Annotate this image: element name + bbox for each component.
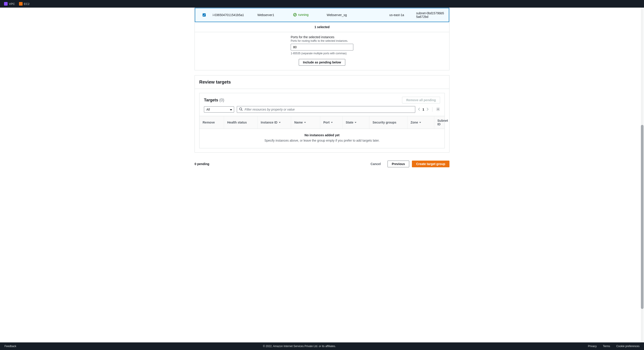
pending-count: 0 pending	[194, 162, 209, 166]
sort-icon	[355, 122, 356, 123]
empty-subtitle: Specify instances above, or leave the gr…	[202, 139, 442, 142]
remove-all-pending-button[interactable]: Remove all pending	[402, 97, 440, 103]
col-port[interactable]: Port	[320, 116, 342, 129]
ports-label: Ports for the selected instances	[291, 35, 353, 39]
col-remove: Remove	[200, 116, 224, 129]
nav-link-ec2[interactable]: EC2	[19, 2, 30, 5]
top-nav: VPC EC2	[0, 0, 644, 7]
caret-down-icon	[230, 108, 232, 111]
cell-security-group: Webserver_sg	[325, 13, 388, 17]
available-instances-panel: i-0365047011541b5a1 Webserver1 running W…	[194, 7, 450, 70]
svg-point-1	[240, 108, 242, 110]
col-security-groups: Security groups	[370, 116, 408, 129]
col-name[interactable]: Name	[291, 116, 320, 129]
cell-name: Webserver1	[256, 13, 291, 17]
page-next-button[interactable]	[426, 108, 429, 111]
nav-link-label: VPC	[9, 2, 15, 5]
row-checkbox[interactable]	[202, 13, 206, 16]
page-number: 1	[422, 108, 424, 111]
status-text: running	[298, 13, 308, 16]
svg-line-2	[242, 110, 242, 111]
cancel-button[interactable]: Cancel	[366, 161, 385, 167]
instance-row-selected[interactable]: i-0365047011541b5a1 Webserver1 running W…	[195, 8, 449, 22]
ports-input[interactable]	[291, 44, 353, 50]
nav-link-vpc[interactable]: VPC	[4, 2, 15, 5]
filter-select[interactable]: All	[204, 106, 234, 113]
ports-helper: 1-65535 (separate multiple ports with co…	[291, 52, 353, 55]
previous-button[interactable]: Previous	[388, 161, 409, 167]
targets-empty-state: No instances added yet Specify instances…	[200, 129, 444, 148]
targets-inner-panel: Targets (0) Remove all pending All	[199, 93, 445, 148]
targets-table-header: Remove Health status Instance ID Name Po…	[200, 116, 444, 129]
nav-link-label: EC2	[24, 2, 30, 5]
create-target-group-button[interactable]: Create target group	[412, 161, 450, 167]
empty-title: No instances added yet	[202, 133, 442, 137]
selected-count: 1 selected	[195, 22, 449, 32]
review-targets-panel: Review targets Targets (0) Remove all pe…	[194, 75, 450, 153]
targets-title-text: Targets	[204, 98, 218, 102]
targets-count: (0)	[219, 98, 224, 102]
col-subnet-id: Subnet ID	[434, 116, 451, 129]
col-instance-id[interactable]: Instance ID	[258, 116, 291, 129]
include-pending-button[interactable]: Include as pending below	[299, 59, 345, 66]
ports-hint: Ports for routing traffic to the selecte…	[291, 39, 353, 42]
col-health-status: Health status	[224, 116, 258, 129]
cell-instance-id: i-0365047011541b5a1	[211, 13, 256, 17]
status-ok-icon	[293, 13, 297, 16]
col-zone[interactable]: Zone	[408, 116, 434, 129]
settings-gear-button[interactable]	[436, 107, 440, 112]
ec2-icon	[19, 2, 22, 5]
svg-point-3	[438, 109, 439, 110]
sort-icon	[331, 122, 333, 123]
sort-icon	[419, 122, 421, 123]
ports-section: Ports for the selected instances Ports f…	[195, 32, 449, 70]
sort-icon	[304, 122, 306, 123]
page-prev-button[interactable]	[418, 108, 420, 111]
wizard-footer: 0 pending Cancel Previous Create target …	[194, 158, 450, 170]
sort-icon	[279, 122, 281, 123]
review-targets-header: Review targets	[195, 75, 449, 89]
cell-zone: us-east-1a	[388, 13, 414, 17]
vertical-scrollbar[interactable]	[640, 7, 644, 343]
filter-input[interactable]	[237, 106, 415, 113]
pagination: 1	[418, 107, 440, 112]
filter-select-value: All	[206, 108, 210, 111]
targets-title: Targets (0)	[204, 98, 224, 103]
search-icon	[239, 107, 242, 112]
cell-subnet: subnet-0bd1579bb55a672bd	[414, 11, 446, 18]
vpc-icon	[4, 2, 8, 5]
check-icon	[203, 14, 205, 16]
status-running: running	[293, 13, 308, 16]
col-state[interactable]: State	[342, 116, 370, 129]
